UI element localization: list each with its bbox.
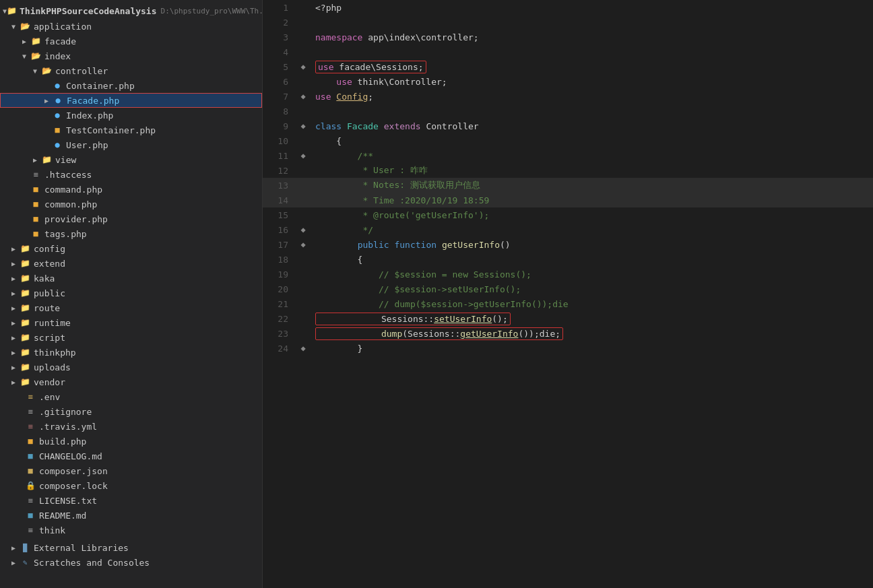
- fold-11: ◆: [296, 148, 310, 163]
- sidebar-item-index[interactable]: ▼ 📂 index: [0, 48, 262, 63]
- code-content-21: // dump($session->getUserInfo());die: [310, 296, 873, 311]
- code-content-1: <?php: [310, 0, 873, 15]
- composer-lock-icon: 🔒: [24, 481, 36, 490]
- sidebar-item-composer-json[interactable]: ■ composer.json: [0, 463, 262, 478]
- sidebar-item-env[interactable]: ≡ .env: [0, 389, 262, 404]
- view-arrow: ▶: [30, 156, 40, 164]
- fold-7: ◆: [296, 89, 310, 104]
- index-php-icon: ●: [51, 110, 63, 120]
- extend-folder-icon: 📁: [19, 259, 31, 268]
- env-label: .env: [39, 392, 60, 402]
- sidebar-item-runtime[interactable]: ▶ 📁 runtime: [0, 315, 262, 330]
- build-php-icon: ■: [24, 436, 36, 446]
- code-line-3: 3 namespace app\index\controller;: [263, 30, 873, 44]
- line-number-24: 24: [263, 341, 296, 356]
- sidebar-item-composer-lock[interactable]: 🔒 composer.lock: [0, 478, 262, 493]
- sidebar-item-route[interactable]: ▶ 📁 route: [0, 300, 262, 315]
- sidebar-item-script[interactable]: ▶ 📁 script: [0, 330, 262, 345]
- changelog-md-label: CHANGELOG.md: [39, 451, 102, 461]
- sidebar-item-gitignore[interactable]: ≡ .gitignore: [0, 404, 262, 419]
- project-header[interactable]: ▼ 📁 ThinkPHPSourceCodeAnalysis D:\phpstu…: [0, 3, 262, 19]
- line-number-8: 8: [263, 104, 296, 119]
- sidebar-item-vendor[interactable]: ▶ 📁 vendor: [0, 374, 262, 389]
- index-arrow: ▼: [19, 53, 30, 60]
- common-php-label: common.php: [44, 199, 97, 209]
- application-arrow: ▼: [8, 23, 19, 30]
- code-content-13: * Notes: 测试获取用户信息: [310, 178, 873, 193]
- sidebar-item-extend[interactable]: ▶ 📁 extend: [0, 256, 262, 271]
- runtime-folder-icon: 📁: [19, 318, 31, 327]
- sidebar-item-common-php[interactable]: ■ common.php: [0, 197, 262, 211]
- sidebar-item-provider-php[interactable]: ■ provider.php: [0, 211, 262, 226]
- code-line-16: 16 ◆ */: [263, 222, 873, 237]
- user-php-label: User.php: [66, 140, 108, 150]
- env-icon: ≡: [24, 392, 36, 401]
- line-number-22: 22: [263, 311, 296, 326]
- vendor-folder-icon: 📁: [19, 377, 31, 387]
- line-number-11: 11: [263, 148, 296, 163]
- command-php-label: command.php: [44, 185, 102, 195]
- sidebar-item-command-php[interactable]: ■ command.php: [0, 182, 262, 197]
- vendor-arrow: ▶: [8, 379, 19, 386]
- sidebar-item-external-libraries[interactable]: ▶ ▐▌ External Libraries: [0, 540, 262, 555]
- config-folder-icon: 📁: [19, 244, 31, 253]
- code-content-15: * @route('getUserInfo');: [310, 207, 873, 222]
- sidebar-item-public[interactable]: ▶ 📁 public: [0, 286, 262, 300]
- code-line-22: 22 Sessions::setUserInfo();: [263, 311, 873, 326]
- code-content-2: [310, 15, 873, 30]
- scratches-arrow: ▶: [8, 559, 19, 566]
- command-php-icon: ■: [30, 185, 42, 194]
- code-line-17: 17 ◆ public function getUserInfo(): [263, 237, 873, 252]
- kaka-label: kaka: [34, 273, 55, 284]
- code-content-19: // $session = new Sessions();: [310, 267, 873, 282]
- fold-20: [296, 282, 310, 296]
- sidebar-item-tags-php[interactable]: ■ tags.php: [0, 226, 262, 241]
- sidebar-item-application[interactable]: ▼ 📂 application: [0, 19, 262, 34]
- code-editor[interactable]: 1 <?php 2 3 namespace app\index\controll…: [263, 0, 873, 588]
- htaccess-icon: ≡: [30, 170, 42, 179]
- config-label: config: [34, 244, 65, 254]
- sidebar-item-controller[interactable]: ▼ 📂 controller: [0, 63, 262, 78]
- tags-php-icon: ■: [30, 229, 42, 238]
- sidebar-item-config[interactable]: ▶ 📁 config: [0, 241, 262, 256]
- public-arrow: ▶: [8, 290, 19, 297]
- line-number-10: 10: [263, 133, 296, 148]
- fold-8: [296, 104, 310, 119]
- file-tree-sidebar[interactable]: ▼ 📁 ThinkPHPSourceCodeAnalysis D:\phpstu…: [0, 0, 263, 588]
- line-number-16: 16: [263, 222, 296, 237]
- sidebar-item-build-php[interactable]: ■ build.php: [0, 434, 262, 449]
- sidebar-item-kaka[interactable]: ▶ 📁 kaka: [0, 271, 262, 286]
- sidebar-item-thinkphp[interactable]: ▶ 📁 thinkphp: [0, 345, 262, 360]
- script-folder-icon: 📁: [19, 333, 31, 342]
- gitignore-icon: ≡: [24, 407, 36, 416]
- fold-19: [296, 267, 310, 282]
- script-arrow: ▶: [8, 334, 19, 341]
- think-label: think: [39, 525, 65, 535]
- code-line-6: 6 use think\Controller;: [263, 74, 873, 89]
- sidebar-item-readme-md[interactable]: ■ README.md: [0, 508, 262, 523]
- script-label: script: [34, 333, 65, 343]
- sidebar-item-htaccess[interactable]: ≡ .htaccess: [0, 167, 262, 182]
- provider-php-icon: ■: [30, 214, 42, 224]
- sidebar-item-testcontainer-php[interactable]: ■ TestContainer.php: [0, 123, 262, 137]
- sidebar-item-view[interactable]: ▶ 📁 view: [0, 152, 262, 167]
- sidebar-item-container-php[interactable]: ● Container.php: [0, 78, 262, 93]
- readme-md-icon: ■: [24, 511, 36, 520]
- view-folder-icon: 📁: [40, 155, 53, 164]
- code-line-18: 18 {: [263, 252, 873, 267]
- sidebar-item-travis-yml[interactable]: ≡ .travis.yml: [0, 419, 262, 434]
- code-content-24: }: [310, 341, 873, 356]
- fold-22: [296, 311, 310, 326]
- sidebar-item-changelog-md[interactable]: ■ CHANGELOG.md: [0, 449, 262, 463]
- code-line-19: 19 // $session = new Sessions();: [263, 267, 873, 282]
- sidebar-item-uploads[interactable]: ▶ 📁 uploads: [0, 360, 262, 374]
- sidebar-item-license-txt[interactable]: ≡ LICENSE.txt: [0, 493, 262, 508]
- application-folder-icon: 📂: [19, 22, 31, 31]
- sidebar-item-facade[interactable]: ▶ 📁 facade: [0, 34, 262, 48]
- sidebar-item-scratches-consoles[interactable]: ▶ ✎ Scratches and Consoles: [0, 555, 262, 570]
- route-arrow: ▶: [8, 304, 19, 312]
- sidebar-item-facade-php[interactable]: ▶ ● Facade.php: [0, 93, 262, 108]
- sidebar-item-index-php[interactable]: ● Index.php: [0, 108, 262, 123]
- sidebar-item-user-php[interactable]: ● User.php: [0, 137, 262, 152]
- sidebar-item-think[interactable]: ≡ think: [0, 523, 262, 537]
